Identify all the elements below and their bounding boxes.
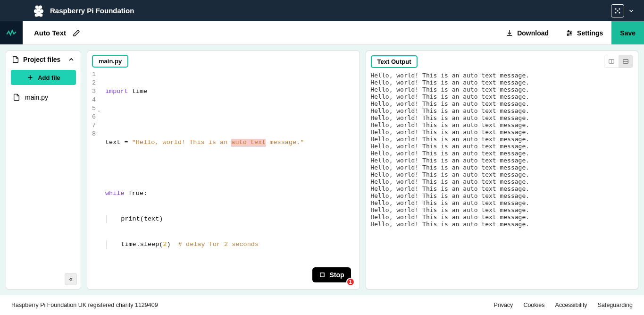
svg-point-6 xyxy=(35,13,38,17)
code-editor-logo-icon xyxy=(6,28,17,38)
svg-point-18 xyxy=(567,34,569,35)
top-header: Raspberry Pi Foundation xyxy=(0,0,644,21)
sliders-icon xyxy=(566,29,573,37)
svg-point-0 xyxy=(35,5,39,9)
left-rail-logo[interactable] xyxy=(0,21,23,44)
svg-rect-21 xyxy=(320,273,324,277)
account-menu[interactable] xyxy=(611,4,635,17)
add-file-button[interactable]: Add file xyxy=(11,70,76,85)
download-button[interactable]: Download xyxy=(497,21,557,44)
svg-point-17 xyxy=(570,32,571,34)
brand: Raspberry Pi Foundation xyxy=(0,0,134,21)
line-gutter: 1 2 3 4 5 6 7 8 xyxy=(87,70,99,289)
file-name: main.py xyxy=(25,94,48,101)
file-icon xyxy=(13,94,20,101)
footer-link-cookies[interactable]: Cookies xyxy=(523,302,544,308)
plus-icon xyxy=(26,74,34,81)
toolbar: Auto Text Download Settings Save xyxy=(0,21,644,45)
download-label: Download xyxy=(517,29,549,37)
svg-point-4 xyxy=(37,8,40,11)
code-editor[interactable]: 1 2 3 4 5 6 7 8 ⌄ import time text = "He… xyxy=(87,68,360,289)
editor-tab-label: main.py xyxy=(99,58,122,65)
settings-label: Settings xyxy=(577,29,603,37)
main-area: Project files Add file main.py « main.py… xyxy=(0,45,644,295)
footer-link-safeguarding[interactable]: Safeguarding xyxy=(598,302,633,308)
svg-rect-12 xyxy=(619,12,620,13)
project-title: Auto Text xyxy=(34,29,80,37)
output-tab[interactable]: Text Output xyxy=(371,55,418,68)
editor-panel: main.py 1 2 3 4 5 6 7 8 ⌄ import time te… xyxy=(87,51,360,289)
save-button[interactable]: Save xyxy=(611,21,644,44)
file-item-main[interactable]: main.py xyxy=(6,89,81,106)
svg-rect-8 xyxy=(615,8,617,9)
editor-tab-strip: main.py xyxy=(87,51,360,68)
account-avatar-icon xyxy=(611,4,624,17)
output-header: Text Output xyxy=(366,51,638,70)
sidebar-header[interactable]: Project files xyxy=(6,51,81,68)
split-view-button[interactable] xyxy=(604,55,619,68)
download-icon xyxy=(506,29,513,37)
tab-view-button[interactable] xyxy=(619,55,633,68)
add-file-label: Add file xyxy=(38,74,60,81)
footer-link-privacy[interactable]: Privacy xyxy=(493,302,513,308)
output-panel: Text Output Hello, world! This is an aut… xyxy=(366,51,639,289)
footer-charity: Raspberry Pi Foundation UK registered ch… xyxy=(11,302,158,308)
stop-button[interactable]: Stop xyxy=(312,267,351,282)
svg-rect-10 xyxy=(617,10,619,11)
output-tab-label: Text Output xyxy=(377,58,411,65)
output-text[interactable]: Hello, world! This is an auto text messa… xyxy=(366,70,638,289)
file-icon xyxy=(12,56,19,63)
editor-tab-main[interactable]: main.py xyxy=(92,55,128,68)
svg-point-1 xyxy=(39,5,42,9)
fold-column: ⌄ xyxy=(99,70,104,289)
settings-button[interactable]: Settings xyxy=(557,21,611,44)
svg-rect-11 xyxy=(615,12,617,13)
sidebar-title: Project files xyxy=(23,56,60,63)
fold-marker-icon[interactable]: ⌄ xyxy=(98,106,100,115)
footer: Raspberry Pi Foundation UK registered ch… xyxy=(0,295,644,315)
raspberry-pi-logo-icon xyxy=(33,4,44,18)
collapse-glyph: « xyxy=(69,276,73,282)
save-label: Save xyxy=(620,29,636,37)
svg-point-7 xyxy=(39,13,42,17)
output-view-toggle xyxy=(604,55,633,68)
svg-rect-9 xyxy=(619,8,620,9)
code-content[interactable]: import time text = "Hello, world! This i… xyxy=(104,70,360,289)
edit-title-icon[interactable] xyxy=(73,29,80,37)
svg-point-16 xyxy=(568,30,569,32)
columns-icon xyxy=(608,58,615,65)
footer-link-accessibility[interactable]: Accessibility xyxy=(555,302,587,308)
project-title-text: Auto Text xyxy=(34,29,66,37)
rows-icon xyxy=(622,58,629,65)
sidebar: Project files Add file main.py « xyxy=(6,51,81,289)
stop-badge: 1 xyxy=(346,278,355,286)
chevron-down-icon xyxy=(628,8,635,14)
brand-title: Raspberry Pi Foundation xyxy=(50,7,134,15)
stop-icon xyxy=(319,272,326,278)
stop-label: Stop xyxy=(329,271,344,279)
collapse-sidebar-button[interactable]: « xyxy=(65,273,77,285)
chevron-up-icon xyxy=(67,56,75,63)
